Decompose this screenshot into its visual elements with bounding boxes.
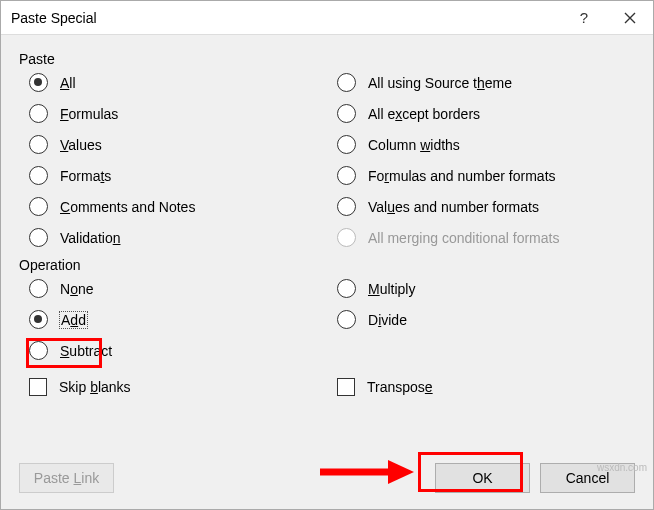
svg-marker-1	[388, 460, 414, 484]
radio-icon	[29, 104, 48, 123]
radio-values-number-formats[interactable]: Values and number formats	[337, 197, 635, 216]
radio-label: None	[60, 281, 94, 297]
help-button[interactable]: ?	[561, 1, 607, 35]
radio-add[interactable]: Add	[29, 310, 327, 329]
radio-label: Values	[60, 137, 102, 153]
radio-label: Add	[60, 312, 87, 328]
ok-button[interactable]: OK	[435, 463, 530, 493]
radio-icon	[337, 228, 356, 247]
radio-validation[interactable]: Validation	[29, 228, 327, 247]
paste-special-dialog: Paste Special ? Paste All All using Sour…	[0, 0, 654, 510]
radio-values[interactable]: Values	[29, 135, 327, 154]
close-button[interactable]	[607, 1, 653, 35]
radio-label: Formulas and number formats	[368, 168, 556, 184]
radio-formats[interactable]: Formats	[29, 166, 327, 185]
radio-all-except-borders[interactable]: All except borders	[337, 104, 635, 123]
checkbox-label: Transpose	[367, 379, 433, 395]
radio-icon	[29, 310, 48, 329]
checkbox-label: Skip blanks	[59, 379, 131, 395]
radio-all-merging-conditional: All merging conditional formats	[337, 228, 635, 247]
checkbox-icon	[337, 378, 355, 396]
radio-multiply[interactable]: Multiply	[337, 279, 635, 298]
radio-label: Formulas	[60, 106, 118, 122]
paste-link-button: Paste Link	[19, 463, 114, 493]
radio-label: All except borders	[368, 106, 480, 122]
radio-subtract[interactable]: Subtract	[29, 341, 327, 360]
checkbox-icon	[29, 378, 47, 396]
radio-formulas-number-formats[interactable]: Formulas and number formats	[337, 166, 635, 185]
radio-divide[interactable]: Divide	[337, 310, 635, 329]
radio-icon	[29, 166, 48, 185]
radio-formulas[interactable]: Formulas	[29, 104, 327, 123]
radio-label: All	[60, 75, 76, 91]
radio-label: Validation	[60, 230, 120, 246]
operation-radio-group: None Multiply Add Divide Subtract	[29, 279, 635, 360]
radio-icon	[337, 135, 356, 154]
titlebar: Paste Special ?	[1, 1, 653, 35]
radio-none[interactable]: None	[29, 279, 327, 298]
radio-icon	[29, 197, 48, 216]
radio-label: All merging conditional formats	[368, 230, 559, 246]
radio-label: Formats	[60, 168, 111, 184]
group-label-paste: Paste	[19, 51, 635, 67]
close-icon	[624, 12, 636, 24]
radio-icon	[29, 279, 48, 298]
radio-icon	[29, 135, 48, 154]
checkbox-row: Skip blanks Transpose	[29, 378, 635, 396]
radio-icon	[337, 279, 356, 298]
radio-icon	[337, 104, 356, 123]
radio-label: All using Source theme	[368, 75, 512, 91]
group-label-operation: Operation	[19, 257, 635, 273]
dialog-content: Paste All All using Source theme Formula…	[1, 35, 653, 509]
radio-icon	[337, 166, 356, 185]
radio-icon	[29, 228, 48, 247]
radio-label: Subtract	[60, 343, 112, 359]
radio-comments-notes[interactable]: Comments and Notes	[29, 197, 327, 216]
radio-label: Divide	[368, 312, 407, 328]
radio-label: Column widths	[368, 137, 460, 153]
radio-icon	[337, 310, 356, 329]
checkbox-transpose[interactable]: Transpose	[337, 378, 635, 396]
radio-all-source-theme[interactable]: All using Source theme	[337, 73, 635, 92]
watermark: wsxdn.com	[597, 462, 647, 473]
radio-label: Values and number formats	[368, 199, 539, 215]
radio-icon	[337, 73, 356, 92]
radio-label: Multiply	[368, 281, 415, 297]
radio-icon	[29, 341, 48, 360]
checkbox-skip-blanks[interactable]: Skip blanks	[29, 378, 327, 396]
arrow-icon	[318, 458, 414, 486]
dialog-title: Paste Special	[11, 10, 561, 26]
radio-all[interactable]: All	[29, 73, 327, 92]
paste-radio-group: All All using Source theme Formulas All …	[29, 73, 635, 247]
radio-icon	[29, 73, 48, 92]
radio-icon	[337, 197, 356, 216]
radio-column-widths[interactable]: Column widths	[337, 135, 635, 154]
radio-label: Comments and Notes	[60, 199, 195, 215]
